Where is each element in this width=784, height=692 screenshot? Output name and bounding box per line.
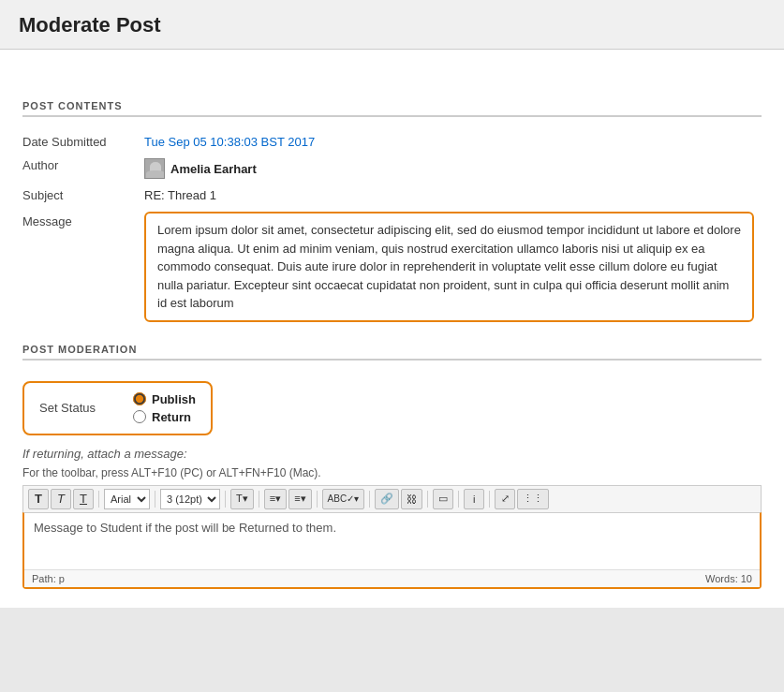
font-size-select[interactable]: 3 (12pt): [160, 489, 220, 509]
ordered-list-button[interactable]: ≡▾: [288, 489, 311, 509]
author-value: Amelia Earhart: [144, 154, 762, 184]
words-count: Words: 10: [705, 573, 752, 584]
spellcheck-button[interactable]: ABC✓▾: [322, 489, 365, 509]
info-button[interactable]: i: [464, 489, 484, 509]
set-status-label: Set Status: [39, 401, 105, 415]
publish-label: Publish: [152, 392, 196, 406]
post-contents-table: Date Submitted Tue Sep 05 10:38:03 BST 2…: [22, 130, 762, 327]
fullscreen-button[interactable]: ⤢: [495, 489, 515, 509]
path-value: p: [59, 573, 65, 584]
font-family-select[interactable]: Arial: [104, 489, 150, 509]
editor-content[interactable]: Message to Student if the post will be R…: [24, 513, 760, 569]
editor-path-bar: Path: p Words: 10: [24, 569, 760, 587]
message-label: Message: [22, 207, 144, 327]
link-button[interactable]: 🔗: [375, 489, 399, 509]
separator-7: [427, 491, 428, 508]
embed-media-button[interactable]: ▭: [433, 489, 453, 509]
returning-note: If returning, attach a message:: [22, 447, 762, 461]
date-value: Tue Sep 05 10:38:03 BST 2017: [144, 130, 762, 154]
publish-radio[interactable]: [133, 392, 146, 405]
author-name: Amelia Earhart: [170, 162, 257, 176]
main-content: POST CONTENTS Date Submitted Tue Sep 05 …: [0, 50, 784, 608]
toolbar-hint: For the toolbar, press ALT+F10 (PC) or A…: [22, 466, 762, 479]
return-option[interactable]: Return: [133, 410, 196, 424]
bold-button[interactable]: T: [28, 489, 49, 509]
publish-option[interactable]: Publish: [133, 392, 196, 406]
path-label: Path: p: [32, 573, 65, 584]
unordered-list-button[interactable]: ≡▾: [264, 489, 287, 509]
subject-label: Subject: [22, 184, 144, 207]
post-moderation-header: POST MODERATION: [22, 344, 762, 361]
separator-2: [155, 491, 155, 508]
author-avatar: [144, 158, 165, 179]
separator-6: [369, 491, 370, 508]
separator-3: [225, 491, 226, 508]
separator-8: [458, 491, 459, 508]
message-text: Lorem ipsum dolor sit amet, consectetur …: [157, 223, 741, 310]
message-row: Message Lorem ipsum dolor sit amet, cons…: [22, 207, 762, 327]
date-row: Date Submitted Tue Sep 05 10:38:03 BST 2…: [22, 130, 762, 154]
author-row: Author Amelia Earhart: [22, 154, 762, 184]
underline-button[interactable]: T: [73, 489, 94, 509]
editor-toolbar: T T T Arial 3 (12pt) T▾ ≡▾ ≡▾ ABC✓▾: [22, 485, 762, 512]
separator-1: [98, 491, 99, 508]
more-button[interactable]: ⋮⋮: [517, 489, 549, 509]
format-T-button[interactable]: T▾: [230, 489, 254, 509]
unlink-button[interactable]: ⛓: [401, 489, 422, 509]
separator-9: [489, 491, 490, 508]
words-number: 10: [741, 573, 752, 584]
post-contents-header: POST CONTENTS: [22, 100, 762, 117]
separator-5: [317, 491, 318, 508]
editor-area-wrapper: Message to Student if the post will be R…: [22, 512, 762, 589]
message-box: Lorem ipsum dolor sit amet, consectetur …: [144, 212, 754, 322]
moderation-section: POST MODERATION Set Status Publish Retur…: [22, 344, 762, 589]
separator-4: [259, 491, 259, 508]
words-label: Words:: [705, 573, 738, 584]
page-wrapper: Moderate Post POST CONTENTS Date Submitt…: [0, 0, 784, 608]
path-key: Path:: [32, 573, 59, 584]
italic-button[interactable]: T: [51, 489, 71, 509]
date-label: Date Submitted: [22, 130, 144, 154]
page-title: Moderate Post: [19, 13, 161, 37]
message-value-cell: Lorem ipsum dolor sit amet, consectetur …: [144, 207, 762, 327]
editor-placeholder-text: Message to Student if the post will be R…: [34, 521, 336, 535]
subject-row: Subject RE: Thread 1: [22, 184, 762, 207]
set-status-row: Set Status Publish Return: [22, 381, 213, 435]
return-label: Return: [152, 410, 191, 424]
page-title-bar: Moderate Post: [0, 0, 784, 50]
subject-value: RE: Thread 1: [144, 184, 762, 207]
return-radio[interactable]: [133, 410, 146, 423]
author-label: Author: [22, 154, 144, 184]
author-cell: Amelia Earhart: [144, 158, 754, 179]
radio-group: Publish Return: [133, 392, 196, 424]
